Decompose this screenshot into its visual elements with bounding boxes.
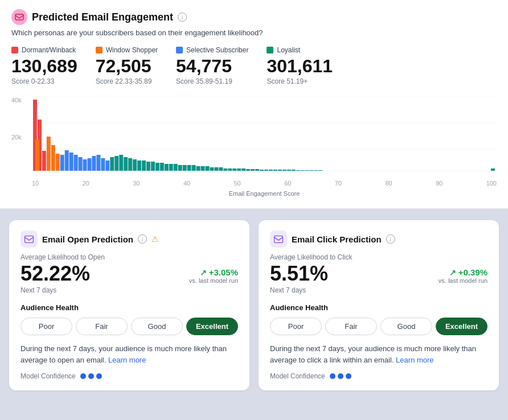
persona-count-2: 54,775 [176,56,248,76]
health-buttons-click: Poor Fair Good Excellent [270,318,487,335]
svg-rect-24 [114,156,118,171]
svg-rect-29 [137,160,141,171]
svg-rect-71 [25,236,34,242]
svg-rect-31 [146,162,150,171]
change-col-click: ↗ +0.39% vs. last model run [439,267,487,284]
persona-item-1: Window Shopper 72,505 Score 22.33-35.89 [96,46,158,85]
svg-rect-28 [133,159,137,171]
dot-2-click [338,373,343,379]
health-btn-poor-click[interactable]: Poor [270,318,322,335]
model-confidence-label-open: Model Confidence [21,372,76,380]
svg-rect-55 [255,169,259,171]
persona-count-3: 301,611 [267,56,333,76]
warning-icon: ⚠ [151,234,159,244]
persona-score-1: Score 22.33-35.89 [96,77,158,85]
panel-header: Predicted Email Engagement i [11,9,497,25]
svg-rect-57 [264,170,268,171]
svg-rect-49 [228,168,232,171]
big-metric-open: 52.22% [21,263,90,284]
confidence-dots-open [80,373,102,379]
health-btn-fair-open[interactable]: Fair [76,318,128,335]
persona-label-2: Selective Subscriber [176,46,248,54]
confidence-dots-click [330,373,351,379]
svg-rect-26 [124,157,128,171]
persona-dot-1 [96,47,103,53]
svg-rect-32 [151,162,155,171]
persona-score-2: Score 35.89-51.19 [176,77,248,85]
svg-rect-13 [65,150,69,171]
svg-rect-35 [165,164,169,171]
svg-rect-41 [192,165,196,171]
svg-rect-45 [210,167,214,171]
persona-label-3: Loyalist [267,46,333,54]
card-header-click: Email Click Prediction i [270,230,487,248]
persona-score-0: Score 0-22.33 [11,77,77,85]
y-axis-labels: 40k 20k [11,97,22,171]
big-metric-click: 5.51% [270,263,328,284]
svg-rect-22 [105,160,109,171]
x-axis-labels: 10 20 30 40 50 60 70 80 90 100 [32,179,497,188]
persona-dot-3 [267,47,273,53]
persona-count-0: 130,689 [11,56,77,76]
svg-rect-8 [35,139,39,171]
description-text-click: During the next 7 days, your audience is… [270,343,487,365]
info-icon-click[interactable]: i [386,234,395,244]
svg-rect-10 [51,145,55,171]
card-icon-open [21,230,38,248]
svg-rect-11 [56,154,60,171]
svg-rect-69 [319,170,323,171]
change-label-click: vs. last model run [439,277,487,284]
dot-1-open [80,373,86,379]
metric-row-open: 52.22% ↗ +3.05% vs. last model run [21,263,238,284]
health-btn-excellent-click[interactable]: Excellent [436,318,487,335]
svg-rect-18 [88,158,92,171]
svg-rect-59 [273,170,277,171]
svg-rect-39 [183,165,187,171]
svg-rect-15 [74,155,78,171]
svg-rect-68 [314,170,318,171]
persona-item-3: Loyalist 301,611 Score 51.19+ [267,46,333,85]
svg-rect-33 [155,163,159,171]
persona-label-1: Window Shopper [96,46,158,54]
health-btn-excellent-open[interactable]: Excellent [186,318,238,335]
card-title-open: Email Open Prediction [42,234,133,244]
audience-health-label-open: Audience Health [21,303,238,312]
health-btn-poor-open[interactable]: Poor [21,318,72,335]
persona-count-1: 72,505 [96,56,158,76]
info-icon[interactable]: i [178,13,187,22]
persona-name-3: Loyalist [277,46,300,54]
y-label-40k: 40k [11,97,22,104]
svg-rect-25 [119,155,123,171]
change-positive-open: ↗ +3.05% [189,267,238,277]
svg-rect-52 [241,168,245,171]
description-text-open: During the next 7 days, your audience is… [21,343,238,365]
info-icon-open[interactable]: i [138,234,147,244]
svg-rect-54 [251,169,255,171]
svg-rect-60 [278,170,282,171]
health-btn-fair-click[interactable]: Fair [325,318,377,335]
model-confidence-row-click: Model Confidence [270,372,487,380]
svg-rect-12 [60,155,64,171]
learn-more-link-click[interactable]: Learn more [396,356,433,364]
y-label-20k: 20k [11,134,22,141]
svg-rect-34 [160,163,164,171]
svg-rect-56 [260,170,264,171]
persona-dot-2 [176,47,183,53]
learn-more-link-open[interactable]: Learn more [108,356,146,364]
svg-rect-14 [69,153,73,171]
x-axis-title: Email Engagement Score [32,190,497,197]
svg-rect-36 [169,164,173,171]
svg-rect-19 [92,156,96,171]
bar-chart [32,97,497,176]
next-days-open: Next 7 days [21,286,238,294]
card-header-open: Email Open Prediction i ⚠ [21,230,238,248]
svg-rect-40 [187,165,191,171]
health-btn-good-open[interactable]: Good [131,318,183,335]
persona-dot-0 [11,47,18,53]
svg-rect-72 [275,236,283,242]
health-btn-good-click[interactable]: Good [380,318,432,335]
svg-rect-21 [101,158,105,171]
prediction-card-click: Email Click Prediction i Average Likelih… [259,220,499,390]
svg-rect-66 [305,170,309,171]
svg-rect-20 [96,155,100,171]
